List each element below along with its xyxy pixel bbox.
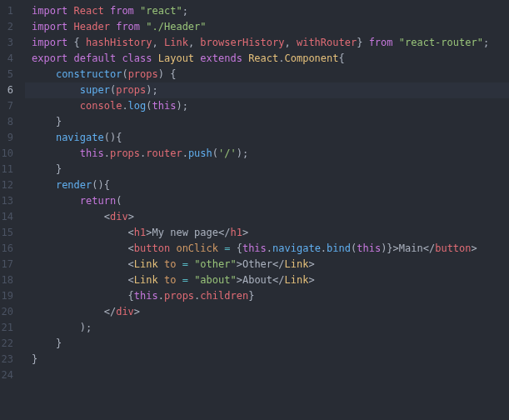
code-line[interactable]: console.log(this); xyxy=(25,98,509,114)
line-number: 17 xyxy=(0,257,18,272)
code-line[interactable]: return( xyxy=(25,193,509,209)
line-number: 5 xyxy=(0,67,18,82)
code-line[interactable]: </div> xyxy=(25,304,509,320)
line-number: 24 xyxy=(0,368,18,383)
code-line[interactable]: this.props.router.push('/'); xyxy=(25,146,509,162)
code-area[interactable]: import React from "react";import Header … xyxy=(25,0,509,420)
line-number: 14 xyxy=(0,209,18,225)
line-number: 23 xyxy=(0,352,18,368)
code-line[interactable]: constructor(props) { xyxy=(25,67,509,82)
line-number: 15 xyxy=(0,225,18,241)
line-number: 16 xyxy=(0,241,18,257)
code-line[interactable]: ); xyxy=(25,320,509,336)
line-number-gutter: 123456789101112131415161718192021222324 xyxy=(0,0,25,420)
code-line[interactable]: {this.props.children} xyxy=(25,288,509,304)
code-line[interactable]: export default class Layout extends Reac… xyxy=(25,51,509,67)
line-number: 7 xyxy=(0,98,18,114)
line-number: 19 xyxy=(0,288,18,304)
line-number: 12 xyxy=(0,178,18,193)
code-line[interactable]: import React from "react"; xyxy=(25,3,509,19)
line-number: 1 xyxy=(0,3,18,19)
code-line[interactable]: super(props); xyxy=(25,82,509,98)
code-line[interactable]: } xyxy=(25,114,509,130)
line-number: 20 xyxy=(0,304,18,320)
line-number: 9 xyxy=(0,130,18,146)
line-number: 8 xyxy=(0,114,18,130)
line-number: 13 xyxy=(0,193,18,209)
code-line[interactable]: <button onClick = {this.navigate.bind(th… xyxy=(25,241,509,257)
code-line[interactable]: <Link to = "other">Other</Link> xyxy=(25,257,509,272)
code-line[interactable]: <Link to = "about">About</Link> xyxy=(25,272,509,288)
line-number: 6 xyxy=(0,82,18,98)
code-line[interactable]: navigate(){ xyxy=(25,130,509,146)
line-number: 4 xyxy=(0,51,18,67)
code-line[interactable]: } xyxy=(25,352,509,368)
line-number: 11 xyxy=(0,162,18,178)
code-editor[interactable]: 123456789101112131415161718192021222324 … xyxy=(0,0,509,420)
code-line[interactable]: import { hashHistory, Link, browserHisto… xyxy=(25,35,509,51)
code-line[interactable]: <div> xyxy=(25,209,509,225)
code-line[interactable]: import Header from "./Header" xyxy=(25,19,509,35)
line-number: 21 xyxy=(0,320,18,336)
code-line[interactable]: } xyxy=(25,336,509,352)
line-number: 22 xyxy=(0,336,18,352)
line-number: 2 xyxy=(0,19,18,35)
code-line[interactable]: } xyxy=(25,162,509,178)
line-number: 18 xyxy=(0,272,18,288)
line-number: 10 xyxy=(0,146,18,162)
code-line[interactable]: render(){ xyxy=(25,178,509,193)
code-line[interactable] xyxy=(25,368,509,383)
line-number: 3 xyxy=(0,35,18,51)
code-line[interactable]: <h1>My new page</h1> xyxy=(25,225,509,241)
